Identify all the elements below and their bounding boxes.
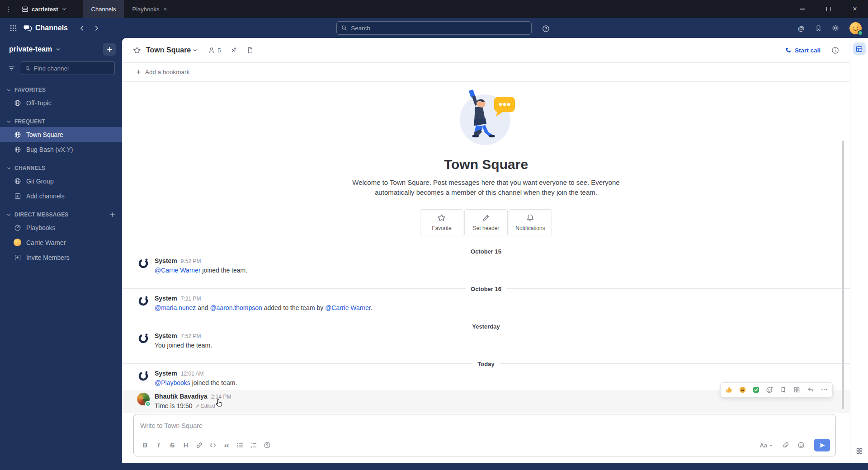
mention-link[interactable]: @Playbooks (155, 379, 190, 386)
message-author[interactable]: System (155, 332, 177, 340)
system-avatar[interactable] (137, 370, 150, 382)
user-avatar[interactable] (849, 22, 862, 34)
active-app-button[interactable] (853, 42, 866, 55)
heading-button[interactable]: H (179, 439, 193, 451)
channel-info-button[interactable] (831, 47, 839, 54)
product-title[interactable]: Channels (24, 24, 68, 32)
attach-file-button[interactable] (778, 439, 792, 451)
channel-name-menu[interactable]: Town Square (146, 46, 191, 54)
section-header[interactable]: CHANNELS (0, 163, 122, 174)
header-right-controls: @ (794, 21, 862, 35)
message-author[interactable]: System (155, 295, 177, 302)
search-input[interactable] (351, 25, 527, 32)
team-header: private-team (0, 38, 122, 61)
channel-sidebar: private-team FAVORITES Off-T (0, 38, 122, 470)
sidebar-item-off-topic[interactable]: Off-Topic (0, 95, 122, 110)
mention-link[interactable]: @Carrie Warner (155, 267, 201, 274)
italic-button[interactable]: I (152, 439, 165, 451)
show-formatting-button[interactable]: Aa (756, 442, 776, 449)
grinning-reaction-button[interactable] (736, 384, 749, 395)
add-bookmark-label: Add a bookmark (145, 69, 189, 75)
tab-playbooks[interactable]: Playbooks× (124, 0, 175, 18)
find-channel-box[interactable] (21, 61, 115, 75)
message-apps-button[interactable] (791, 384, 803, 395)
sidebar-item-town-square[interactable]: Town Square (0, 127, 122, 142)
system-avatar[interactable] (137, 295, 150, 307)
section-header[interactable]: FAVORITES (0, 85, 122, 95)
bold-button[interactable]: B (138, 439, 152, 451)
system-avatar[interactable] (137, 257, 150, 270)
forward-button[interactable] (90, 21, 103, 35)
bulleted-list-button[interactable] (233, 439, 247, 451)
emoji-picker-button[interactable] (794, 439, 808, 451)
mentions-button[interactable]: @ (794, 21, 808, 35)
find-channel-input[interactable] (34, 65, 110, 72)
message-row: System9:52 PM @Carrie Warner joined the … (122, 254, 850, 277)
strikethrough-button[interactable]: S (165, 439, 179, 451)
sidebar-item-invite-members[interactable]: Invite Members (0, 250, 122, 265)
section-header[interactable]: DIRECT MESSAGES (0, 210, 122, 220)
section-header[interactable]: FREQUENT (0, 117, 122, 127)
back-button[interactable] (75, 21, 89, 35)
channel-label: Off-Topic (26, 99, 52, 107)
notifications-button[interactable]: Notifications (509, 209, 552, 236)
system-avatar[interactable] (137, 332, 150, 345)
product-switcher-button[interactable] (6, 21, 20, 35)
close-window-button[interactable]: × (842, 0, 868, 18)
chevron-down-icon (55, 47, 61, 52)
sidebar-item-add-channels[interactable]: Add channels (0, 188, 122, 203)
link-button[interactable] (193, 439, 206, 451)
tab-channels[interactable]: Channels (83, 0, 124, 18)
mention-link[interactable]: @maria.nunez (155, 304, 196, 311)
sidebar-item-carrie-warner[interactable]: Carrie Warner (0, 235, 122, 250)
mention-link[interactable]: @Carrie Warner (325, 304, 371, 311)
add-channel-plus-button[interactable] (103, 43, 116, 56)
settings-button[interactable] (829, 21, 842, 35)
team-name-menu[interactable]: private-team (9, 45, 52, 53)
mention-link[interactable]: @aaron.thompson (210, 304, 262, 311)
minimize-button[interactable] (789, 0, 816, 18)
add-reaction-button[interactable] (764, 384, 776, 395)
favorite-star-button[interactable] (133, 47, 141, 54)
more-actions-button[interactable] (818, 384, 830, 395)
pinned-posts-button[interactable] (230, 47, 237, 54)
section-label: FREQUENT (14, 118, 45, 125)
favorite-button[interactable]: Favorite (420, 209, 463, 236)
start-call-button[interactable]: Start call (785, 47, 821, 54)
chevron-down-icon (6, 166, 11, 171)
filter-icon[interactable] (5, 62, 17, 74)
app-menu-icon[interactable]: ⋮ (0, 5, 17, 14)
sidebar-item-bug-bash[interactable]: Bug Bash (vX.Y) (0, 142, 122, 157)
save-message-button[interactable] (777, 384, 789, 395)
sidebar-item-git-group[interactable]: Git Group (0, 174, 122, 188)
message-input[interactable] (134, 414, 835, 437)
numbered-list-button[interactable]: 12 (247, 439, 260, 451)
members-button[interactable]: 5 (208, 47, 221, 54)
check-mark-reaction-button[interactable] (750, 384, 762, 395)
saved-messages-button[interactable] (811, 21, 825, 35)
message-author[interactable]: Bhautik Bavadiya (155, 393, 208, 400)
action-label: Notifications (515, 225, 545, 231)
channel-files-button[interactable] (246, 47, 254, 54)
formatting-help-button[interactable] (260, 439, 274, 451)
add-bookmark-button[interactable]: Add a bookmark (122, 63, 850, 82)
server-switcher[interactable]: carrietest (17, 0, 71, 18)
reply-button[interactable] (804, 384, 816, 395)
add-direct-message-button[interactable] (109, 212, 116, 218)
message-author[interactable]: System (155, 257, 177, 265)
help-button[interactable] (539, 22, 552, 35)
send-message-button[interactable] (814, 439, 830, 451)
scrollbar-thumb[interactable] (842, 141, 844, 409)
global-search[interactable] (336, 21, 532, 35)
code-button[interactable] (206, 439, 220, 451)
close-tab-icon[interactable]: × (163, 6, 167, 12)
set-header-button[interactable]: Set header (464, 209, 508, 236)
maximize-button[interactable] (816, 0, 842, 18)
thumbs-up-reaction-button[interactable] (723, 384, 735, 395)
quote-button[interactable]: “ (220, 439, 233, 451)
sidebar-item-playbooks-dm[interactable]: Playbooks (0, 220, 122, 235)
apps-grid-button[interactable] (853, 445, 866, 457)
user-avatar[interactable] (137, 393, 150, 405)
message-author[interactable]: System (155, 370, 177, 377)
channels-product-icon (24, 24, 32, 32)
